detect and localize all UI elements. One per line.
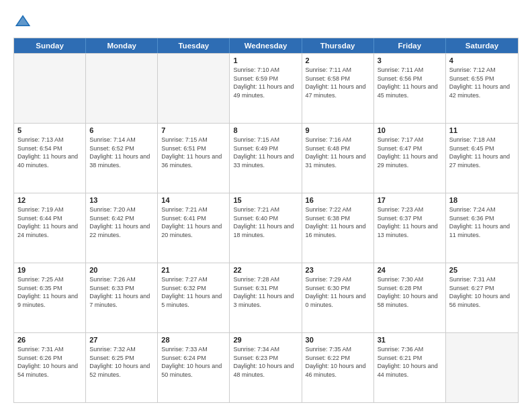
logo-icon — [13, 12, 32, 31]
cell-info: Sunrise: 7:36 AM Sunset: 6:21 PM Dayligh… — [378, 345, 442, 379]
cell-day-number: 8 — [233, 126, 298, 134]
cell-day-number: 27 — [89, 336, 154, 344]
calendar-cell-25: 25Sunrise: 7:31 AM Sunset: 6:27 PM Dayli… — [446, 263, 518, 332]
calendar-row-4: 26Sunrise: 7:31 AM Sunset: 6:26 PM Dayli… — [14, 332, 518, 402]
calendar-cell-23: 23Sunrise: 7:29 AM Sunset: 6:30 PM Dayli… — [302, 263, 374, 332]
cell-day-number: 3 — [378, 56, 442, 64]
calendar-header-saturday: Saturday — [446, 38, 518, 53]
calendar-cell-29: 29Sunrise: 7:34 AM Sunset: 6:23 PM Dayli… — [230, 333, 302, 402]
calendar-cell-empty-0-0 — [14, 54, 86, 123]
cell-info: Sunrise: 7:19 AM Sunset: 6:44 PM Dayligh… — [17, 205, 82, 239]
cell-day-number: 11 — [449, 126, 515, 134]
logo — [13, 12, 35, 31]
calendar-cell-8: 8Sunrise: 7:15 AM Sunset: 6:49 PM Daylig… — [230, 124, 302, 193]
cell-day-number: 4 — [449, 56, 515, 64]
cell-day-number: 14 — [161, 196, 226, 204]
calendar-cell-13: 13Sunrise: 7:20 AM Sunset: 6:42 PM Dayli… — [86, 193, 158, 263]
cell-day-number: 28 — [161, 336, 226, 344]
cell-day-number: 25 — [449, 266, 515, 274]
cell-day-number: 23 — [306, 266, 370, 274]
cell-info: Sunrise: 7:20 AM Sunset: 6:42 PM Dayligh… — [89, 205, 154, 239]
calendar-header-sunday: Sunday — [14, 38, 86, 53]
cell-day-number: 18 — [449, 196, 515, 204]
calendar-cell-28: 28Sunrise: 7:33 AM Sunset: 6:24 PM Dayli… — [158, 333, 230, 402]
calendar-cell-9: 9Sunrise: 7:16 AM Sunset: 6:48 PM Daylig… — [302, 124, 374, 193]
cell-info: Sunrise: 7:27 AM Sunset: 6:32 PM Dayligh… — [161, 275, 226, 309]
calendar-cell-21: 21Sunrise: 7:27 AM Sunset: 6:32 PM Dayli… — [158, 263, 230, 332]
cell-day-number: 5 — [17, 126, 82, 134]
calendar-cell-4: 4Sunrise: 7:12 AM Sunset: 6:55 PM Daylig… — [446, 54, 518, 123]
calendar-cell-7: 7Sunrise: 7:15 AM Sunset: 6:51 PM Daylig… — [158, 124, 230, 193]
calendar-cell-24: 24Sunrise: 7:30 AM Sunset: 6:28 PM Dayli… — [374, 263, 446, 332]
cell-day-number: 24 — [378, 266, 442, 274]
calendar-cell-27: 27Sunrise: 7:32 AM Sunset: 6:25 PM Dayli… — [86, 333, 158, 402]
cell-info: Sunrise: 7:26 AM Sunset: 6:33 PM Dayligh… — [89, 275, 154, 309]
calendar-header-tuesday: Tuesday — [158, 38, 230, 53]
calendar-cell-16: 16Sunrise: 7:22 AM Sunset: 6:38 PM Dayli… — [302, 193, 374, 263]
calendar-cell-empty-4-6 — [446, 333, 518, 402]
calendar-cell-10: 10Sunrise: 7:17 AM Sunset: 6:47 PM Dayli… — [374, 124, 446, 193]
cell-day-number: 17 — [378, 196, 442, 204]
cell-day-number: 2 — [306, 56, 370, 64]
calendar-header-wednesday: Wednesday — [230, 38, 302, 53]
cell-day-number: 29 — [233, 336, 298, 344]
cell-day-number: 6 — [89, 126, 154, 134]
calendar-cell-empty-0-1 — [86, 54, 158, 123]
cell-day-number: 1 — [233, 56, 298, 64]
cell-day-number: 16 — [306, 196, 370, 204]
cell-info: Sunrise: 7:18 AM Sunset: 6:45 PM Dayligh… — [449, 136, 515, 169]
cell-day-number: 15 — [233, 196, 298, 204]
calendar-cell-31: 31Sunrise: 7:36 AM Sunset: 6:21 PM Dayli… — [374, 333, 446, 402]
calendar-row-2: 12Sunrise: 7:19 AM Sunset: 6:44 PM Dayli… — [14, 193, 518, 263]
calendar-cell-26: 26Sunrise: 7:31 AM Sunset: 6:26 PM Dayli… — [14, 333, 86, 402]
cell-info: Sunrise: 7:34 AM Sunset: 6:23 PM Dayligh… — [233, 345, 298, 379]
cell-info: Sunrise: 7:15 AM Sunset: 6:51 PM Dayligh… — [161, 136, 226, 169]
calendar-cell-5: 5Sunrise: 7:13 AM Sunset: 6:54 PM Daylig… — [14, 124, 86, 193]
cell-info: Sunrise: 7:21 AM Sunset: 6:40 PM Dayligh… — [233, 205, 298, 239]
cell-info: Sunrise: 7:35 AM Sunset: 6:22 PM Dayligh… — [306, 345, 370, 379]
calendar-row-0: 1Sunrise: 7:10 AM Sunset: 6:59 PM Daylig… — [14, 53, 518, 123]
calendar-cell-empty-0-2 — [158, 54, 230, 123]
cell-day-number: 7 — [161, 126, 226, 134]
cell-day-number: 12 — [17, 196, 82, 204]
cell-info: Sunrise: 7:22 AM Sunset: 6:38 PM Dayligh… — [306, 205, 370, 239]
calendar-header-friday: Friday — [374, 38, 446, 53]
calendar-cell-14: 14Sunrise: 7:21 AM Sunset: 6:41 PM Dayli… — [158, 193, 230, 263]
calendar-header-thursday: Thursday — [302, 38, 374, 53]
cell-info: Sunrise: 7:11 AM Sunset: 6:56 PM Dayligh… — [378, 66, 442, 99]
cell-info: Sunrise: 7:17 AM Sunset: 6:47 PM Dayligh… — [378, 136, 442, 169]
cell-info: Sunrise: 7:23 AM Sunset: 6:37 PM Dayligh… — [378, 205, 442, 239]
calendar-cell-20: 20Sunrise: 7:26 AM Sunset: 6:33 PM Dayli… — [86, 263, 158, 332]
cell-info: Sunrise: 7:31 AM Sunset: 6:27 PM Dayligh… — [449, 275, 515, 309]
cell-info: Sunrise: 7:14 AM Sunset: 6:52 PM Dayligh… — [89, 136, 154, 169]
calendar-cell-6: 6Sunrise: 7:14 AM Sunset: 6:52 PM Daylig… — [86, 124, 158, 193]
cell-day-number: 21 — [161, 266, 226, 274]
cell-day-number: 22 — [233, 266, 298, 274]
calendar-cell-30: 30Sunrise: 7:35 AM Sunset: 6:22 PM Dayli… — [302, 333, 374, 402]
calendar-cell-22: 22Sunrise: 7:28 AM Sunset: 6:31 PM Dayli… — [230, 263, 302, 332]
cell-day-number: 20 — [89, 266, 154, 274]
cell-info: Sunrise: 7:30 AM Sunset: 6:28 PM Dayligh… — [378, 275, 442, 309]
cell-info: Sunrise: 7:11 AM Sunset: 6:58 PM Dayligh… — [306, 66, 370, 99]
calendar-header-row: SundayMondayTuesdayWednesdayThursdayFrid… — [14, 38, 518, 53]
cell-day-number: 31 — [378, 336, 442, 344]
calendar-cell-19: 19Sunrise: 7:25 AM Sunset: 6:35 PM Dayli… — [14, 263, 86, 332]
cell-info: Sunrise: 7:33 AM Sunset: 6:24 PM Dayligh… — [161, 345, 226, 379]
cell-info: Sunrise: 7:12 AM Sunset: 6:55 PM Dayligh… — [449, 66, 515, 99]
cell-info: Sunrise: 7:28 AM Sunset: 6:31 PM Dayligh… — [233, 275, 298, 309]
calendar-cell-18: 18Sunrise: 7:24 AM Sunset: 6:36 PM Dayli… — [446, 193, 518, 263]
calendar-cell-2: 2Sunrise: 7:11 AM Sunset: 6:58 PM Daylig… — [302, 54, 374, 123]
calendar-row-3: 19Sunrise: 7:25 AM Sunset: 6:35 PM Dayli… — [14, 263, 518, 332]
cell-info: Sunrise: 7:25 AM Sunset: 6:35 PM Dayligh… — [17, 275, 82, 309]
cell-info: Sunrise: 7:15 AM Sunset: 6:49 PM Dayligh… — [233, 136, 298, 169]
cell-day-number: 13 — [89, 196, 154, 204]
cell-day-number: 26 — [17, 336, 82, 344]
calendar-cell-11: 11Sunrise: 7:18 AM Sunset: 6:45 PM Dayli… — [446, 124, 518, 193]
cell-info: Sunrise: 7:13 AM Sunset: 6:54 PM Dayligh… — [17, 136, 82, 169]
page: SundayMondayTuesdayWednesdayThursdayFrid… — [0, 0, 532, 411]
header — [13, 12, 519, 31]
cell-day-number: 19 — [17, 266, 82, 274]
cell-day-number: 10 — [378, 126, 442, 134]
calendar-cell-15: 15Sunrise: 7:21 AM Sunset: 6:40 PM Dayli… — [230, 193, 302, 263]
calendar-body: 1Sunrise: 7:10 AM Sunset: 6:59 PM Daylig… — [14, 53, 518, 402]
